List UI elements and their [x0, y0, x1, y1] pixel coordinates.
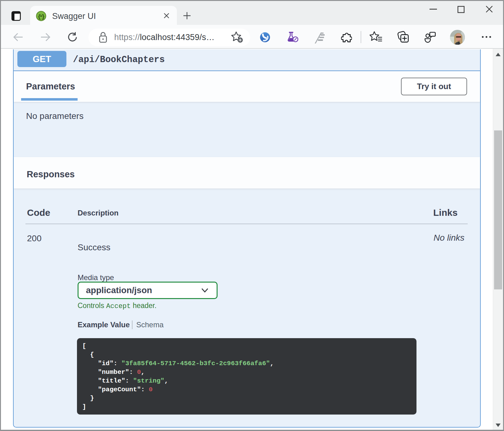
svg-text:}: } [41, 13, 45, 20]
svg-text:{: { [38, 13, 41, 20]
